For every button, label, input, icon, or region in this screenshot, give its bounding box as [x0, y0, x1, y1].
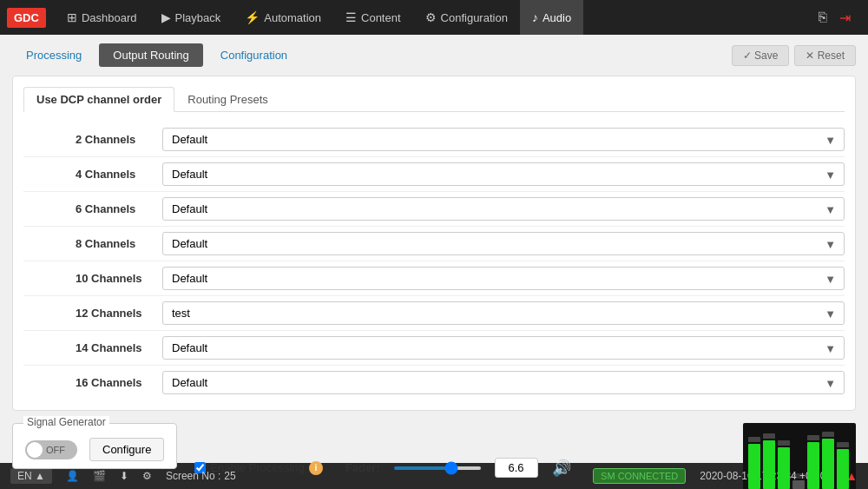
configure-button[interactable]: Configure [89, 438, 164, 461]
toggle-circle [27, 442, 43, 458]
channel-select-wrap-8: Default test ▼ [162, 232, 845, 255]
signal-generator-box: Signal Generator OFF Configure [12, 423, 177, 469]
nav-audio[interactable]: ♪ Audio [520, 0, 583, 35]
dashboard-icon: ⊞ [67, 10, 77, 24]
channel-label-16: 16 Channels [23, 376, 162, 389]
nav-automation[interactable]: ⚡ Automation [233, 0, 333, 35]
table-row: 6 Channels Default test ▼ [23, 192, 845, 227]
inner-tab-bar: Use DCP channel order Routing Presets [23, 87, 845, 112]
toggle-label: OFF [46, 445, 65, 455]
content-icon: ☰ [345, 10, 357, 24]
camera-icon[interactable]: 🎬 [93, 470, 106, 482]
nav-automation-label: Automation [264, 11, 321, 24]
tab-configuration[interactable]: Configuration [207, 43, 301, 67]
channel-select-wrap-14: Default test ▼ [162, 336, 845, 360]
user-icon-item: 👤 [66, 470, 79, 482]
gdc-logo: GDC [7, 8, 46, 28]
exit-icon[interactable]: ⇥ [836, 6, 854, 30]
vu-bar-Rs [822, 432, 834, 489]
fader-value-input[interactable] [495, 458, 538, 478]
channel-select-12[interactable]: Default test [162, 301, 845, 325]
language-button[interactable]: EN ▲ [10, 468, 52, 484]
screen-label: Screen No : [166, 470, 220, 482]
screen-number: 25 [224, 470, 235, 482]
info-icon: i [309, 461, 323, 475]
channel-select-wrap-10: Default test ▼ [162, 267, 845, 290]
sub-nav-actions: ✓ Save ✕ Reset [732, 45, 856, 66]
fader-label: Fader: [345, 461, 380, 474]
vu-bar-L [748, 437, 760, 489]
settings-icon-item: ⚙ [142, 470, 152, 482]
channel-select-wrap-12: Default test ▼ [162, 301, 845, 325]
enable-processing-row: Enable Processing i Fader: 🔊 [194, 458, 570, 478]
save-button[interactable]: ✓ Save [732, 45, 790, 66]
nav-playback[interactable]: ▶ Playback [149, 0, 233, 35]
download-icon-item: ⬇ [120, 470, 128, 482]
channel-select-8[interactable]: Default test [162, 232, 845, 255]
nav-content-label: Content [361, 11, 401, 24]
table-row: 2 Channels Default test ▼ [23, 122, 845, 157]
tab-use-dcp-channel-order[interactable]: Use DCP channel order [23, 87, 174, 112]
settings-icon[interactable]: ⚙ [142, 470, 152, 482]
signal-generator-toggle[interactable]: OFF [25, 440, 77, 459]
channel-select-4[interactable]: Default test [162, 162, 845, 186]
playback-icon: ▶ [161, 10, 171, 24]
share-icon[interactable]: ⎘ [815, 6, 831, 29]
vu-bar-C [778, 440, 790, 489]
channel-label-14: 14 Channels [23, 341, 162, 354]
nav-dashboard[interactable]: ⊞ Dashboard [55, 0, 149, 35]
download-icon[interactable]: ⬇ [120, 470, 128, 482]
table-row: 4 Channels Default test ▼ [23, 157, 845, 192]
speaker-icon[interactable]: 🔊 [552, 459, 571, 478]
vu-bar-Ls [807, 435, 819, 489]
audio-icon: ♪ [532, 10, 538, 24]
table-row: 10 Channels Default test ▼ [23, 261, 845, 296]
signal-controls: OFF Configure [25, 438, 164, 461]
vu-bar-R [763, 433, 775, 489]
channel-select-wrap-4: Default test ▼ [162, 162, 845, 186]
channel-select-6[interactable]: Default test [162, 197, 845, 221]
user-icon[interactable]: 👤 [66, 470, 79, 482]
reset-button[interactable]: ✕ Reset [794, 45, 856, 66]
channel-select-14[interactable]: Default test [162, 336, 845, 360]
fader-slider[interactable] [394, 466, 481, 470]
channel-select-wrap-16: Default test ▼ [162, 371, 845, 394]
channel-list: 2 Channels Default test ▼ 4 Channels Def… [23, 122, 845, 400]
nav-configuration[interactable]: ⚙ Configuration [413, 0, 520, 35]
top-navigation: GDC ⊞ Dashboard ▶ Playback ⚡ Automation … [0, 0, 868, 35]
channel-label-4: 4 Channels [23, 168, 162, 181]
connection-status: SM CONNECTED [593, 468, 686, 484]
channel-label-10: 10 Channels [23, 272, 162, 285]
table-row: 8 Channels Default test ▼ [23, 227, 845, 261]
camera-icon-item: 🎬 [93, 470, 106, 482]
main-panel: Use DCP channel order Routing Presets 2 … [12, 76, 856, 411]
channel-label-2: 2 Channels [23, 133, 162, 146]
table-row: 14 Channels Default test ▼ [23, 331, 845, 366]
configuration-icon: ⚙ [425, 10, 437, 24]
channel-label-8: 8 Channels [23, 237, 162, 250]
tab-processing[interactable]: Processing [12, 43, 95, 67]
channel-select-2[interactable]: Default test [162, 128, 845, 151]
channel-select-10[interactable]: Default test [162, 267, 845, 290]
channel-select-wrap-2: Default test ▼ [162, 128, 845, 151]
nav-right-actions: ⎘ ⇥ [808, 6, 861, 30]
tab-routing-presets[interactable]: Routing Presets [174, 87, 281, 112]
vu-bar-Lrn [837, 442, 849, 489]
automation-icon: ⚡ [245, 10, 260, 24]
sub-navigation: Processing Output Routing Configuration … [12, 43, 856, 67]
nav-dashboard-label: Dashboard [82, 11, 137, 24]
nav-audio-label: Audio [542, 11, 571, 24]
channel-label-6: 6 Channels [23, 202, 162, 215]
nav-content[interactable]: ☰ Content [333, 0, 413, 35]
nav-configuration-label: Configuration [441, 11, 508, 24]
table-row: 12 Channels Default test ▼ [23, 296, 845, 331]
tab-output-routing[interactable]: Output Routing [99, 43, 202, 67]
channel-label-12: 12 Channels [23, 307, 162, 320]
table-row: 16 Channels Default test ▼ [23, 366, 845, 400]
channel-select-wrap-6: Default test ▼ [162, 197, 845, 221]
nav-playback-label: Playback [175, 11, 221, 24]
channel-select-16[interactable]: Default test [162, 371, 845, 394]
main-content: Processing Output Routing Configuration … [0, 35, 868, 463]
screen-number-item: Screen No : 25 [166, 470, 236, 482]
signal-generator-title: Signal Generator [23, 416, 109, 428]
